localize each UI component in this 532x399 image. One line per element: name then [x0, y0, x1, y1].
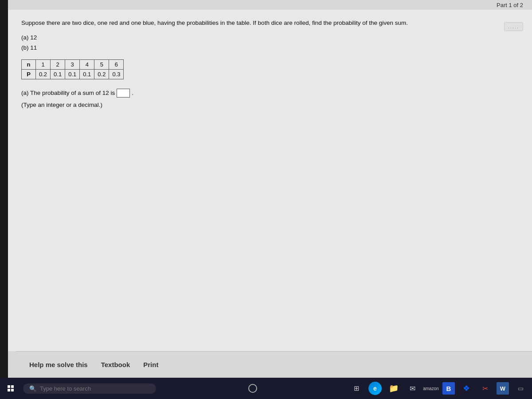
- print-button[interactable]: Print: [143, 361, 158, 368]
- probability-table: n 1 2 3 4 5 6 P 0.2 0.1 0.1 0.1 0.2 0.3: [21, 59, 124, 79]
- help-me-solve-button[interactable]: Help me solve this: [29, 361, 88, 368]
- content-area: ..... Suppose there are two dice, one re…: [8, 10, 532, 351]
- answer-a-line: (a) The probability of a sum of 12 is .: [21, 88, 519, 98]
- bing-icon[interactable]: B: [442, 382, 455, 395]
- part-label: Part 1 of 2: [497, 2, 523, 8]
- windows-icon: [8, 385, 14, 391]
- main-window: Part 1 of 2 ..... Suppose there are two …: [8, 0, 532, 378]
- table-header-6: 6: [109, 60, 124, 70]
- top-bar: Part 1 of 2: [497, 0, 523, 10]
- hint-dots-button[interactable]: .....: [504, 22, 523, 31]
- taskbar-search-bar[interactable]: 🔍: [23, 383, 156, 394]
- table-val-3: 0.1: [65, 70, 80, 79]
- answer-a-text: (a) The probability of a sum of 12 is: [21, 88, 115, 98]
- folder-icon[interactable]: 📁: [387, 381, 401, 395]
- taskbar-right-icons: ⊞ e 📁 ✉ amazon B ❖ ✂ W ▭: [349, 381, 528, 395]
- display-settings-icon[interactable]: ⊞: [349, 381, 364, 395]
- taskbar-center: [156, 384, 349, 393]
- dropbox-icon[interactable]: ❖: [459, 381, 473, 395]
- word-icon[interactable]: W: [497, 382, 509, 395]
- edge-icon: e: [368, 382, 382, 395]
- textbook-button[interactable]: Textbook: [101, 361, 130, 368]
- parts-list: (a) 12 (b) 11: [21, 33, 519, 53]
- table-val-2: 0.1: [51, 70, 65, 79]
- edge-browser-icon[interactable]: e: [368, 381, 382, 395]
- part-b-label: (b) 11: [21, 43, 519, 53]
- table-header-2: 2: [51, 60, 65, 70]
- amazon-label: amazon: [423, 386, 439, 391]
- part-a-label: (a) 12: [21, 33, 519, 43]
- table-header-n: n: [22, 60, 36, 70]
- action-bar: Help me solve this Textbook Print: [16, 351, 532, 378]
- table-val-1: 0.2: [36, 70, 51, 79]
- taskbar: 🔍 ⊞ e 📁 ✉ amazon B ❖ ✂ W ▭: [0, 378, 532, 399]
- left-sidebar: [0, 0, 8, 378]
- mail-icon[interactable]: ✉: [405, 381, 419, 395]
- taskbar-search-input[interactable]: [40, 385, 137, 392]
- table-header-4: 4: [80, 60, 94, 70]
- table-header-5: 5: [94, 60, 109, 70]
- cortana-button[interactable]: [248, 384, 257, 393]
- amazon-icon[interactable]: amazon: [424, 381, 438, 395]
- table-header-3: 3: [65, 60, 80, 70]
- answer-hint-text: (Type an integer or a decimal.): [21, 100, 519, 110]
- extra-icon[interactable]: ▭: [513, 381, 528, 395]
- search-icon: 🔍: [29, 385, 36, 392]
- start-button[interactable]: [0, 378, 21, 399]
- table-header-1: 1: [36, 60, 51, 70]
- table-val-6: 0.3: [109, 70, 124, 79]
- answer-a-input[interactable]: [117, 89, 130, 98]
- answer-a-suffix: .: [132, 88, 133, 98]
- table-row-label: P: [22, 70, 36, 79]
- question-text: Suppose there are two dice, one red and …: [21, 19, 519, 27]
- table-val-5: 0.2: [94, 70, 109, 79]
- answer-section: (a) The probability of a sum of 12 is . …: [21, 88, 519, 110]
- snipping-tool-icon[interactable]: ✂: [478, 381, 492, 395]
- table-val-4: 0.1: [80, 70, 94, 79]
